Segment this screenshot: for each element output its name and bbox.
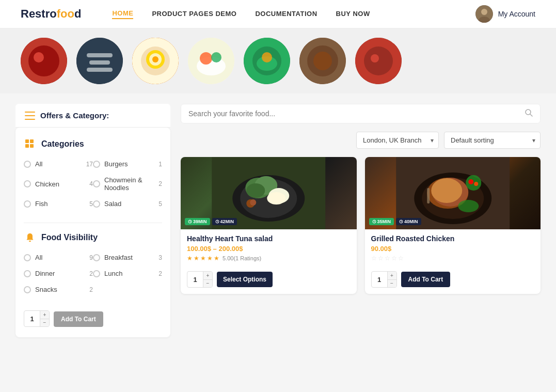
- category-name-chowmein: Chowmein & Noodles: [104, 176, 152, 192]
- content-area: London, UK Branch New York Branch Paris …: [170, 104, 541, 337]
- radio-salad[interactable]: [93, 200, 100, 208]
- chicken-star1: ☆: [371, 255, 377, 262]
- svg-point-18: [211, 52, 221, 62]
- svg-point-59: [468, 179, 473, 184]
- category-count-fish: 5: [89, 200, 93, 208]
- star5: ★: [214, 255, 219, 262]
- visibility-snacks[interactable]: Snacks 2: [24, 283, 93, 296]
- food-circle-2[interactable]: [76, 38, 123, 84]
- radio-chowmein[interactable]: [93, 180, 100, 187]
- food-visibility-title: Food Visibility: [41, 233, 98, 242]
- radio-burgers[interactable]: [93, 161, 100, 168]
- nav-buy-now[interactable]: BUY NOW: [336, 10, 370, 19]
- category-all[interactable]: All 17: [24, 158, 93, 170]
- food-circle-5[interactable]: [244, 38, 290, 84]
- partial-qty-down[interactable]: −: [40, 319, 49, 326]
- category-burgers[interactable]: Burgers 1: [93, 158, 162, 170]
- chicken-time-badges: 35MIN 40MIN: [369, 218, 421, 225]
- branch-select[interactable]: London, UK Branch New York Branch Paris …: [356, 132, 439, 149]
- logo-highlight: f: [57, 7, 60, 20]
- radio-chicken[interactable]: [24, 180, 31, 187]
- tuna-time2-label: 42MIN: [220, 219, 234, 224]
- search-icon[interactable]: [525, 108, 533, 119]
- food-circle-6[interactable]: [299, 38, 346, 84]
- categories-title: Categories: [41, 139, 84, 149]
- categories-section: Categories All 17 Burgers 1: [24, 138, 162, 210]
- visibility-lunch[interactable]: Lunch 2: [93, 267, 162, 280]
- visibility-count-dinner: 2: [89, 270, 93, 277]
- sidebar-filter-panel: Categories All 17 Burgers 1: [15, 128, 170, 337]
- category-count-chowmein: 2: [158, 180, 162, 187]
- category-chowmein[interactable]: Chowmein & Noodles 2: [93, 174, 162, 194]
- svg-line-51: [217, 222, 218, 222]
- partial-qty-control[interactable]: 1 + −: [24, 310, 50, 327]
- food-circle-1[interactable]: [21, 38, 67, 84]
- tuna-qty-up-btn[interactable]: +: [203, 272, 212, 279]
- product-card-chicken: 35MIN 40MIN Grilled Roasted Chicken 90.0…: [365, 157, 541, 294]
- chicken-qty-control[interactable]: 1 + −: [371, 271, 397, 288]
- my-account[interactable]: My Account: [475, 5, 535, 23]
- tuna-rating: ★ ★ ★ ★ ★ 5.00(1 Ratings): [187, 255, 351, 262]
- sort-select[interactable]: Default sorting Sort by popularity Sort …: [444, 132, 541, 149]
- tuna-price: 100.00$ – 200.00$: [187, 245, 351, 253]
- tuna-qty-control[interactable]: 1 + −: [187, 271, 213, 288]
- chicken-add-to-cart-btn[interactable]: Add To Cart: [401, 272, 451, 287]
- visibility-dinner[interactable]: Dinner 2: [24, 267, 93, 280]
- svg-point-17: [200, 52, 212, 65]
- categories-list: All 17 Burgers 1 Chicken 4: [24, 158, 162, 210]
- partial-add-to-cart-btn[interactable]: Add To Cart: [54, 311, 103, 327]
- chicken-qty-down-btn[interactable]: −: [387, 279, 396, 287]
- radio-lunch[interactable]: [93, 270, 100, 277]
- menu-icon[interactable]: [25, 112, 35, 120]
- partial-qty-up[interactable]: +: [40, 311, 49, 319]
- radio-breakfast[interactable]: [93, 254, 100, 261]
- nav-documentation[interactable]: DOCUMENTATION: [255, 10, 317, 19]
- search-input[interactable]: [188, 109, 525, 118]
- tuna-qty-num: 1: [187, 276, 203, 284]
- visibility-breakfast[interactable]: Breakfast 3: [93, 251, 162, 264]
- visibility-all[interactable]: All 9: [24, 251, 93, 264]
- chicken-rating: ☆ ☆ ☆ ☆ ☆: [371, 255, 535, 262]
- svg-rect-32: [30, 144, 34, 148]
- category-fish[interactable]: Fish 5: [24, 197, 93, 210]
- chicken-qty-up-btn[interactable]: +: [387, 272, 396, 279]
- visibility-name-snacks: Snacks: [35, 286, 83, 293]
- radio-all[interactable]: [24, 161, 31, 168]
- partial-qty-num: 1: [24, 315, 40, 323]
- category-chicken[interactable]: Chicken 4: [24, 174, 93, 194]
- category-name-salad: Salad: [104, 200, 152, 208]
- tuna-rating-text: 5.00(1 Ratings): [223, 255, 261, 261]
- category-count-chicken: 4: [89, 180, 93, 187]
- category-count-salad: 5: [158, 200, 162, 208]
- nav-home[interactable]: HOME: [112, 9, 133, 19]
- food-circle-7[interactable]: [355, 38, 402, 84]
- svg-point-4: [28, 45, 59, 76]
- radio-fish[interactable]: [24, 200, 31, 208]
- category-salad[interactable]: Salad 5: [93, 197, 162, 210]
- food-visibility-section: Food Visibility All 9 Breakfast 3: [24, 231, 162, 296]
- chicken-star2: ☆: [378, 255, 384, 262]
- radio-vis-all[interactable]: [24, 254, 31, 261]
- svg-rect-61: [427, 188, 430, 203]
- food-circle-4[interactable]: [188, 38, 234, 84]
- visibility-name-all: All: [35, 254, 83, 261]
- food-circle-3[interactable]: [132, 38, 179, 84]
- logo[interactable]: Restrofood: [21, 7, 81, 21]
- radio-snacks[interactable]: [24, 286, 31, 293]
- nav-product-pages[interactable]: PRODUCT PAGES DEMO: [152, 10, 236, 19]
- food-circles-section: [0, 28, 556, 93]
- tuna-select-options-btn[interactable]: Select Options: [217, 272, 273, 287]
- visibility-count-lunch: 2: [158, 270, 162, 277]
- tuna-qty-down-btn[interactable]: −: [203, 279, 212, 287]
- chicken-time1-label: 35MIN: [377, 219, 391, 224]
- svg-point-58: [466, 175, 481, 191]
- category-count-burgers: 1: [158, 161, 162, 168]
- radio-dinner[interactable]: [24, 270, 31, 277]
- product-card-tuna: 39MIN 42MIN Healthy Heart Tuna salad 100…: [181, 157, 357, 294]
- visibility-count-breakfast: 3: [158, 254, 162, 261]
- visibility-name-breakfast: Breakfast: [104, 254, 152, 261]
- chicken-time2-label: 40MIN: [404, 219, 418, 224]
- sort-select-wrapper: Default sorting Sort by popularity Sort …: [444, 132, 541, 149]
- tuna-name: Healthy Heart Tuna salad: [187, 234, 351, 243]
- svg-line-48: [190, 222, 191, 222]
